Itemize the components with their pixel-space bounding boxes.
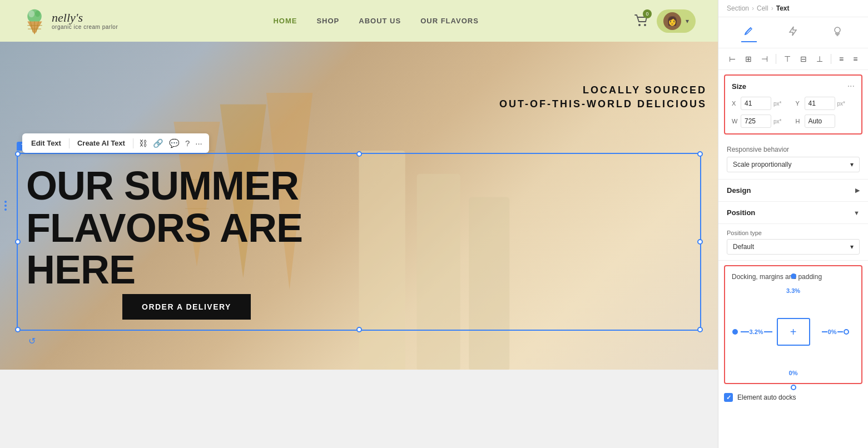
docking-dot-top[interactable] xyxy=(791,273,796,279)
size-label: Size xyxy=(732,82,746,91)
cart-button[interactable]: 0 xyxy=(634,13,648,29)
y-input[interactable] xyxy=(805,97,835,110)
nav-about[interactable]: ABOUT US xyxy=(359,17,401,25)
subheadline-line1: LOCALLY SOURCED xyxy=(499,83,707,97)
docking-dot-bottom[interactable] xyxy=(791,385,796,390)
text-toolbar: Edit Text Create AI Text ⛓ 🔗 💬 ? ··· xyxy=(22,133,209,153)
docking-right-dot[interactable] xyxy=(844,329,849,335)
auto-docks-checkbox[interactable]: ✓ xyxy=(724,393,733,402)
help-icon[interactable]: ? xyxy=(185,138,190,148)
align-right-btn[interactable]: ⊣ xyxy=(760,53,770,65)
docking-right-line xyxy=(822,331,827,332)
w-unit: px* xyxy=(773,118,781,125)
position-label: Position xyxy=(727,208,755,217)
y-field-group: Y px* xyxy=(796,97,855,110)
docking-center-icon: + xyxy=(790,326,797,339)
align-center-v-btn[interactable]: ⊟ xyxy=(798,53,809,65)
more-options-icon[interactable]: ··· xyxy=(195,138,202,148)
resize-handle-mid-right[interactable] xyxy=(697,239,703,245)
docking-left-pct: 3.2% xyxy=(750,328,763,335)
xy-fields: X px* Y px* xyxy=(732,97,855,110)
resize-handle-top-left[interactable] xyxy=(15,151,21,157)
tab-bulb[interactable] xyxy=(830,23,845,42)
logo-area: nelly's organic ice cream parlor xyxy=(22,7,118,35)
docking-bottom-pct: 0% xyxy=(789,370,798,376)
drag-dot xyxy=(4,201,7,203)
main-headline: OUR SUMMER FLAVORS ARE HERE xyxy=(26,165,371,291)
rotate-handle[interactable]: ↺ xyxy=(26,335,37,346)
logo-icon xyxy=(22,7,47,35)
breadcrumb-cell: Cell xyxy=(757,4,768,12)
position-type-section: Position type Default ▾ xyxy=(718,224,868,261)
resize-handle-top-right[interactable] xyxy=(697,151,703,157)
resize-handle-top-mid[interactable] xyxy=(356,151,362,157)
responsive-dropdown[interactable]: Scale proportionally ▾ xyxy=(727,157,860,172)
selected-text-element[interactable]: Text ↺ OUR SUMMER FLAVORS ARE HERE xyxy=(17,153,701,331)
tab-bolt[interactable] xyxy=(785,23,801,42)
design-label: Design xyxy=(727,186,751,195)
align-center-h-btn[interactable]: ⊞ xyxy=(743,53,753,65)
distribute-h-btn[interactable]: ≡ xyxy=(851,53,859,65)
drag-dot xyxy=(4,205,7,207)
resize-handle-bot-mid[interactable] xyxy=(356,327,362,332)
docking-outer-box: 3.3% 3.2% + 0% xyxy=(752,296,835,368)
chevron-down-icon: ▾ xyxy=(686,17,689,25)
resize-handle-mid-left[interactable] xyxy=(15,239,21,245)
distribute-v-btn[interactable]: ≡ xyxy=(837,53,845,65)
comment-icon[interactable]: 💬 xyxy=(169,138,180,148)
align-bottom-btn[interactable]: ⊥ xyxy=(815,53,825,65)
y-label: Y xyxy=(796,100,802,107)
responsive-value: Scale proportionally xyxy=(733,161,791,168)
align-left-btn[interactable]: ⊢ xyxy=(727,53,737,65)
h-input[interactable] xyxy=(805,115,835,128)
breadcrumb-section: Section xyxy=(727,4,749,12)
svg-point-10 xyxy=(644,24,646,26)
size-more-btn[interactable]: ··· xyxy=(847,81,855,91)
chevron-down-icon: ▾ xyxy=(850,161,854,168)
edit-text-button[interactable]: Edit Text xyxy=(29,138,63,148)
x-unit: px* xyxy=(773,101,781,107)
link-options-icon[interactable]: ⛓ xyxy=(139,138,147,148)
svg-point-20 xyxy=(835,27,840,33)
cart-badge: 0 xyxy=(643,9,652,18)
breadcrumb-sep2: › xyxy=(771,4,773,12)
resize-handle-bot-left[interactable] xyxy=(15,327,21,332)
design-section[interactable]: Design ▶ xyxy=(718,180,868,202)
design-chevron-icon: ▶ xyxy=(855,187,860,194)
y-unit: px* xyxy=(837,101,845,107)
user-menu-button[interactable]: 👩 ▾ xyxy=(657,9,696,33)
docking-bottom-pct-area: 0% xyxy=(789,369,798,376)
breadcrumb-sep: › xyxy=(752,4,754,12)
size-section-header: Size ··· xyxy=(732,81,855,91)
site-nav: HOME SHOP ABOUT US OUR FLAVORS xyxy=(273,17,478,25)
position-section-header[interactable]: Position ▼ xyxy=(718,202,868,224)
hero-section: LOCALLY SOURCED OUT-OF-THIS-WORLD DELICI… xyxy=(0,42,718,370)
docking-right-pct-area: 0% xyxy=(822,328,849,335)
docking-left-line xyxy=(741,331,749,332)
position-type-label: Position type xyxy=(727,230,860,236)
logo-subtitle: organic ice cream parlor xyxy=(52,24,118,30)
docking-right-line2 xyxy=(837,331,843,332)
w-label: W xyxy=(732,118,738,125)
tab-brush[interactable] xyxy=(741,23,757,42)
w-input[interactable] xyxy=(741,115,771,128)
create-ai-text-button[interactable]: Create AI Text xyxy=(75,138,127,148)
drag-indicator xyxy=(4,201,7,211)
responsive-label: Responsive behavior xyxy=(727,146,860,153)
position-type-dropdown[interactable]: Default ▾ xyxy=(727,239,860,255)
resize-handle-bot-right[interactable] xyxy=(697,327,703,332)
align-top-btn[interactable]: ⊤ xyxy=(782,53,792,65)
svg-marker-3 xyxy=(27,21,42,34)
cta-button[interactable]: ORDER A DELIVERY xyxy=(122,294,251,320)
docking-center-button[interactable]: + xyxy=(777,318,810,346)
svg-point-9 xyxy=(638,24,641,26)
nav-flavors[interactable]: OUR FLAVORS xyxy=(420,17,479,25)
h-field-group: H xyxy=(796,115,855,128)
x-input[interactable] xyxy=(741,97,771,110)
nav-shop[interactable]: SHOP xyxy=(316,17,339,25)
docking-left-dot[interactable] xyxy=(732,329,738,335)
position-type-value: Default xyxy=(733,243,754,251)
link-icon[interactable]: 🔗 xyxy=(153,138,163,148)
nav-home[interactable]: HOME xyxy=(273,17,297,25)
docking-section: Docking, margins and padding 3.3% 3.2% xyxy=(724,265,862,384)
